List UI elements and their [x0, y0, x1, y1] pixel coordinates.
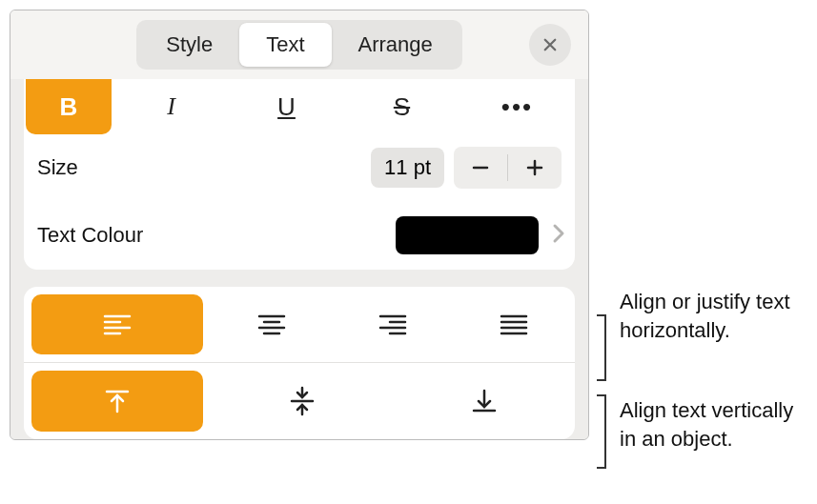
size-increment-button[interactable] — [508, 147, 562, 189]
italic-button[interactable]: I — [113, 79, 229, 134]
close-button[interactable] — [529, 24, 571, 66]
format-panel: Style Text Arrange B I U S ••• Size 11 p… — [10, 10, 589, 440]
bold-button[interactable]: B — [26, 79, 112, 134]
format-row: B I U S ••• — [24, 79, 575, 134]
align-center-button[interactable] — [211, 287, 332, 362]
tab-segmented-control: Style Text Arrange — [136, 20, 462, 70]
strikethrough-button[interactable]: S — [344, 79, 460, 134]
callout-vertical-align: Align text vertically in an object. — [620, 396, 801, 453]
size-stepper — [454, 147, 562, 189]
tab-bar: Style Text Arrange — [10, 10, 588, 79]
text-colour-label: Text Colour — [37, 223, 396, 248]
tab-text[interactable]: Text — [239, 23, 331, 67]
callout-horizontal-align: Align or justify text horizontally. — [620, 288, 801, 344]
tab-arrange[interactable]: Arrange — [332, 23, 460, 67]
more-options-button[interactable]: ••• — [460, 79, 575, 134]
plus-icon — [525, 158, 544, 177]
align-center-icon — [255, 309, 288, 341]
text-colour-row[interactable]: Text Colour — [24, 201, 575, 270]
underline-button[interactable]: U — [229, 79, 344, 134]
callout-bracket-horizontal — [597, 314, 606, 381]
align-left-icon — [101, 309, 133, 341]
align-bottom-icon — [468, 385, 500, 417]
alignment-card — [24, 287, 575, 439]
chevron-right-icon — [552, 223, 565, 248]
size-decrement-button[interactable] — [454, 147, 507, 189]
align-middle-button[interactable] — [211, 363, 393, 439]
tab-style[interactable]: Style — [139, 23, 239, 67]
text-style-card: B I U S ••• Size 11 pt — [24, 79, 575, 270]
align-bottom-button[interactable] — [393, 363, 575, 439]
align-left-button[interactable] — [31, 294, 203, 354]
minus-icon — [471, 158, 490, 177]
size-row: Size 11 pt — [24, 134, 575, 201]
size-value[interactable]: 11 pt — [371, 148, 444, 188]
align-middle-icon — [286, 385, 318, 417]
callout-bracket-vertical — [597, 394, 606, 469]
align-justify-icon — [498, 309, 530, 341]
align-justify-button[interactable] — [454, 287, 575, 362]
horizontal-align-row — [24, 287, 575, 363]
vertical-align-row — [24, 363, 575, 439]
panel-content: B I U S ••• Size 11 pt — [10, 79, 588, 439]
align-top-button[interactable] — [31, 371, 203, 432]
align-right-icon — [377, 309, 409, 341]
align-right-button[interactable] — [332, 287, 453, 362]
size-label: Size — [37, 155, 371, 180]
close-icon — [541, 36, 559, 53]
align-top-icon — [101, 385, 133, 417]
text-colour-swatch[interactable] — [396, 216, 539, 254]
